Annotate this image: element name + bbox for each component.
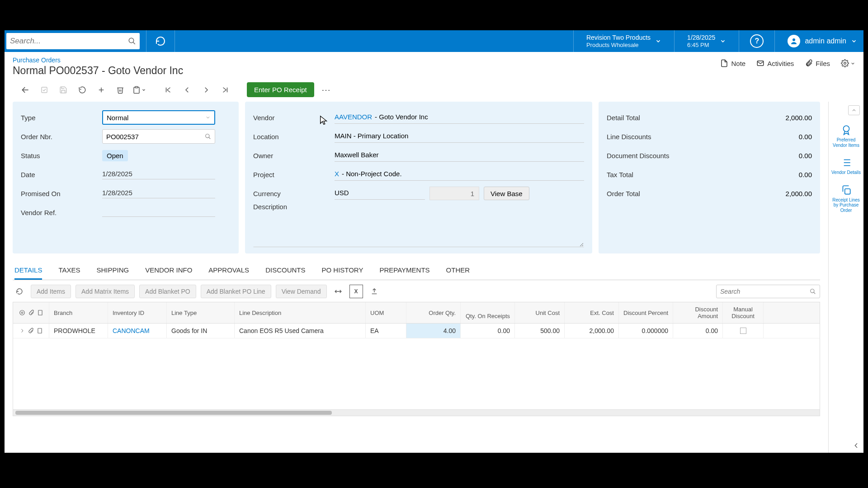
cell-branch[interactable]: PRODWHOLE [49,324,108,338]
project-field[interactable]: X - Non-Project Code. [335,168,584,181]
clipboard-button[interactable] [132,83,146,97]
vendor-link[interactable]: AAVENDOR [335,113,372,121]
help-button[interactable]: ? [750,34,764,48]
preferred-vendor-items-button[interactable]: Preferred Vendor Items [829,124,863,148]
col-line-type[interactable]: Line Type [167,302,235,323]
enter-po-receipt-button[interactable]: Enter PO Receipt [247,82,314,97]
prev-record-button[interactable] [180,83,194,97]
tab-po-history[interactable]: PO HISTORY [321,262,363,280]
vendor-field[interactable]: AAVENDOR - Goto Vendor Inc [335,111,584,124]
col-manual-disc[interactable]: Manual Discount [723,302,764,323]
col-line-desc[interactable]: Line Description [235,302,366,323]
col-unit-cost[interactable]: Unit Cost [515,302,565,323]
project-link[interactable]: X [335,170,339,178]
col-qty-receipts[interactable]: Qty. On Receipts [461,302,515,323]
cell-disc-pct[interactable]: 0.000000 [619,324,673,338]
upload-button[interactable] [368,285,381,298]
tab-vendor-info[interactable]: VENDOR INFO [145,262,192,280]
col-order-qty[interactable]: Order Qty. [406,302,461,323]
tab-shipping[interactable]: SHIPPING [96,262,129,280]
receipt-lines-button[interactable]: Receipt Lines by Purchase Order [829,184,863,213]
grid-refresh-button[interactable] [13,285,26,298]
cell-line-type[interactable]: Goods for IN [167,324,235,338]
owner-field[interactable]: Maxwell Baker [335,149,584,162]
global-search[interactable] [6,33,140,49]
tab-discounts[interactable]: DISCOUNTS [265,262,305,280]
company-selector[interactable]: Revision Two Products Products Wholesale [580,34,668,48]
note-button[interactable]: Note [720,59,745,67]
export-excel-button[interactable]: X [349,285,363,298]
last-record-button[interactable] [218,83,232,97]
expand-row-icon[interactable] [19,328,25,333]
paperclip-icon[interactable] [28,328,34,334]
back-button[interactable] [18,83,33,97]
promised-value[interactable]: 1/28/2025 [102,189,215,198]
tab-approvals[interactable]: APPROVALS [208,262,249,280]
paperclip-icon [28,310,34,316]
tab-taxes[interactable]: TAXES [58,262,80,280]
description-textarea[interactable] [253,225,584,247]
customization-menu[interactable] [841,59,855,67]
add-button[interactable] [94,83,108,97]
cell-line-desc[interactable]: Canon EOS R5 Used Camera [235,324,366,338]
search-icon[interactable] [205,133,211,140]
add-items-button[interactable]: Add Items [31,285,71,298]
add-blanket-po-button[interactable]: Add Blanket PO [139,285,196,298]
files-button[interactable]: Files [805,59,830,67]
first-record-button[interactable] [161,83,175,97]
tab-prepayments[interactable]: PREPAYMENTS [379,262,429,280]
fit-columns-button[interactable] [331,285,345,298]
save-close-icon [40,86,48,94]
cell-unit-cost[interactable]: 500.00 [515,324,565,338]
view-base-button[interactable]: View Base [484,187,529,200]
tab-details[interactable]: DETAILS [14,262,42,280]
note-icon[interactable] [37,328,43,334]
vendor-details-button[interactable]: Vendor Details [830,157,863,175]
cancel-button[interactable] [75,83,90,97]
col-ext-cost[interactable]: Ext. Cost [565,302,619,323]
next-record-button[interactable] [199,83,213,97]
chevron-down-icon [720,38,726,44]
user-menu[interactable]: admin admin [781,35,863,47]
col-branch[interactable]: Branch [49,302,108,323]
type-select[interactable]: Normal [102,110,215,125]
save-close-button[interactable] [37,83,52,97]
grid-search[interactable] [716,285,820,298]
view-demand-button[interactable]: View Demand [276,285,327,298]
cell-ext-cost[interactable]: 2,000.00 [565,324,619,338]
cell-qty-receipts[interactable]: 0.00 [461,324,515,338]
col-disc-pct[interactable]: Discount Percent [619,302,673,323]
col-inventory[interactable]: Inventory ID [108,302,167,323]
date-value[interactable]: 1/28/2025 [102,170,215,179]
cell-inventory[interactable]: CANONCAM [108,324,167,338]
col-uom[interactable]: UOM [366,302,406,323]
add-matrix-items-button[interactable]: Add Matrix Items [75,285,135,298]
breadcrumb[interactable]: Purchase Orders [13,56,720,64]
add-blanket-po-line-button[interactable]: Add Blanket PO Line [201,285,271,298]
tab-other[interactable]: OTHER [446,262,470,280]
cell-uom[interactable]: EA [366,324,406,338]
location-field[interactable]: MAIN - Primary Location [335,130,584,143]
currency-field[interactable]: USD [335,187,425,200]
activities-button[interactable]: Activities [756,59,794,67]
cell-manual-disc[interactable] [723,324,764,338]
vendor-ref-value[interactable] [102,208,215,217]
more-actions-button[interactable]: ⋯ [319,84,334,95]
grid-row[interactable]: PRODWHOLE CANONCAM Goods for IN Canon EO… [13,324,820,338]
refresh-icon [155,36,166,47]
col-disc-amt[interactable]: Discount Amount [673,302,723,323]
gear-icon[interactable] [19,310,25,316]
collapse-panel-button[interactable] [848,105,860,115]
grid-search-input[interactable] [720,288,810,295]
save-button[interactable] [56,83,71,97]
order-nbr-input[interactable]: PO002537 [102,129,215,144]
copy-icon [840,184,852,196]
cell-disc-amt[interactable]: 0.00 [673,324,723,338]
business-date-selector[interactable]: 1/28/2025 6:45 PM [681,34,732,48]
horizontal-scrollbar[interactable] [13,409,820,416]
delete-button[interactable] [113,83,127,97]
checkbox-icon[interactable] [740,328,746,334]
search-input[interactable] [10,37,128,46]
cell-order-qty[interactable]: 4.00 [406,324,461,338]
refresh-button[interactable] [153,33,168,49]
